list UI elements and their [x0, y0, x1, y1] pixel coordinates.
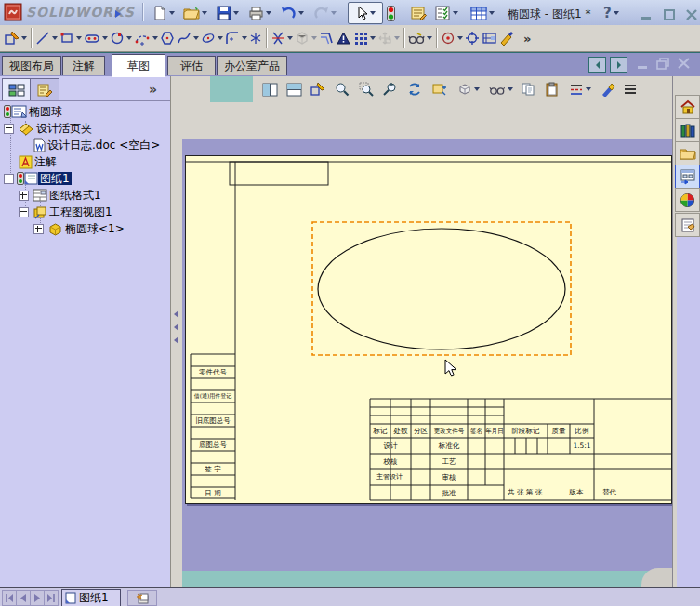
dropdown-arrow-icon[interactable] [394, 36, 400, 40]
minimize-button[interactable] [636, 4, 656, 26]
dropdown-arrow-icon[interactable] [52, 36, 58, 40]
tab-sketch[interactable]: 草图 [112, 54, 165, 77]
collapse-box-icon[interactable] [4, 174, 14, 184]
split-vertical-button[interactable] [262, 79, 278, 99]
trim-entities-button[interactable] [270, 27, 294, 49]
next-sheet-button[interactable] [30, 590, 45, 606]
spline-tool-button[interactable] [176, 27, 200, 49]
file-explorer-button[interactable] [675, 141, 700, 165]
table-button[interactable] [469, 2, 495, 24]
previous-sheet-button[interactable] [16, 590, 31, 606]
centerpoint-target-button[interactable] [464, 27, 481, 49]
last-sheet-button[interactable] [44, 590, 59, 606]
convert-entities-button[interactable] [294, 27, 318, 49]
menu-flyout-button[interactable] [112, 3, 125, 25]
polygon-tool-button[interactable] [159, 27, 176, 49]
document-close-button[interactable] [677, 58, 691, 69]
document-restore-button[interactable] [655, 57, 671, 70]
paste-button[interactable] [545, 79, 559, 99]
file-properties-button[interactable] [410, 2, 428, 24]
dropdown-arrow-icon[interactable] [370, 36, 376, 40]
appearances-button[interactable] [675, 188, 700, 212]
dropdown-arrow-icon[interactable] [614, 11, 619, 15]
move-entities-button[interactable] [376, 27, 401, 49]
redraw-button[interactable] [310, 79, 325, 99]
dropdown-arrow-icon[interactable] [474, 87, 480, 91]
add-sheet-button[interactable] [127, 590, 157, 606]
tree-item-label[interactable]: 椭圆球 [27, 105, 64, 118]
design-library-button[interactable] [675, 118, 700, 142]
rebuild-button[interactable] [386, 2, 396, 24]
dropdown-arrow-icon[interactable] [427, 36, 432, 40]
fillet-tool-button[interactable] [224, 27, 248, 49]
redo-button[interactable] [312, 2, 337, 24]
expand-box-icon[interactable] [33, 224, 44, 234]
tab-view-layout[interactable]: 视图布局 [2, 56, 61, 75]
options-button[interactable] [434, 2, 459, 24]
tree-item-root[interactable]: 椭圆球 [4, 104, 64, 119]
mirror-entities-button[interactable] [335, 27, 352, 49]
tab-office-products[interactable]: 办公室产品 [217, 56, 287, 75]
dropdown-arrow-icon[interactable] [287, 36, 293, 40]
sheet-tab-sheet1[interactable]: 图纸1 [61, 589, 121, 606]
ellipse-tool-button[interactable] [200, 27, 224, 49]
dropdown-arrow-icon[interactable] [233, 11, 239, 15]
dropdown-arrow-icon[interactable] [169, 11, 175, 15]
restore-button[interactable] [659, 4, 680, 26]
dropdown-arrow-icon[interactable] [370, 11, 376, 15]
dropdown-arrow-icon[interactable] [331, 11, 337, 15]
pan-button[interactable] [431, 79, 447, 99]
arc-tool-button[interactable] [133, 27, 159, 49]
display-relations-button[interactable] [407, 27, 433, 49]
tree-item-label[interactable]: 图纸1 [38, 172, 72, 185]
dropdown-arrow-icon[interactable] [586, 87, 591, 91]
print-button[interactable] [247, 2, 272, 24]
layer-properties-button[interactable] [623, 79, 638, 99]
dropdown-arrow-icon[interactable] [152, 36, 158, 40]
document-minimize-button[interactable] [636, 59, 650, 70]
copy-button[interactable] [521, 79, 535, 99]
collapse-box-icon[interactable] [4, 124, 14, 134]
dropdown-arrow-icon[interactable] [298, 11, 304, 15]
solidworks-resources-button[interactable] [675, 95, 700, 119]
dropdown-arrow-icon[interactable] [489, 11, 495, 15]
expand-box-icon[interactable] [19, 191, 29, 201]
featuremanager-tab[interactable] [2, 78, 32, 100]
dimension-properties-button[interactable] [481, 27, 498, 49]
dropdown-arrow-icon[interactable] [242, 36, 247, 40]
tree-item-design-binder[interactable]: 设计活页夹 [4, 121, 94, 136]
dropdown-arrow-icon[interactable] [311, 36, 317, 40]
view-orientation-button[interactable] [457, 79, 480, 99]
tree-item-label[interactable]: 注解 [33, 155, 59, 168]
dropdown-arrow-icon[interactable] [76, 36, 82, 40]
dropdown-arrow-icon[interactable] [21, 36, 27, 40]
offset-entities-button[interactable] [318, 27, 335, 49]
zoom-inout-button[interactable] [383, 79, 398, 99]
point-tool-button[interactable] [248, 27, 263, 49]
tree-item-sheet1[interactable]: 图纸1 [4, 171, 72, 186]
line-tool-button[interactable] [34, 27, 59, 49]
dropdown-arrow-icon[interactable] [193, 36, 199, 40]
split-horizontal-button[interactable] [286, 79, 302, 99]
zoom-area-button[interactable] [359, 79, 374, 99]
new-document-button[interactable] [152, 2, 176, 24]
first-sheet-button[interactable] [2, 590, 17, 606]
rotate-view-button[interactable] [407, 79, 422, 99]
graphics-area[interactable]: 零件代号 借(通)用件登记 旧底图总号 底图总号 签 字 日 期 标记 处数 分… [182, 139, 672, 571]
edit-color-button[interactable] [601, 79, 615, 99]
select-tool-button[interactable] [348, 2, 383, 24]
save-button[interactable] [216, 2, 240, 24]
toolbar-overflow-button[interactable]: » [522, 27, 532, 49]
tree-item-label[interactable]: 椭圆球<1> [63, 222, 126, 235]
tree-item-label[interactable]: 工程图视图1 [47, 205, 114, 218]
collapse-box-icon[interactable] [19, 207, 29, 217]
center-circle-button[interactable] [440, 27, 464, 49]
open-button[interactable] [182, 2, 208, 24]
dropdown-arrow-icon[interactable] [453, 11, 458, 15]
display-style-button[interactable] [489, 79, 513, 99]
drawing-sheet[interactable]: 零件代号 借(通)用件登记 旧底图总号 底图总号 签 字 日 期 标记 处数 分… [185, 155, 672, 504]
scroll-tabs-right-button[interactable] [610, 57, 627, 73]
dropdown-arrow-icon[interactable] [202, 11, 207, 15]
dropdown-arrow-icon[interactable] [266, 11, 271, 15]
tree-item-part-instance[interactable]: 椭圆球<1> [33, 221, 126, 236]
